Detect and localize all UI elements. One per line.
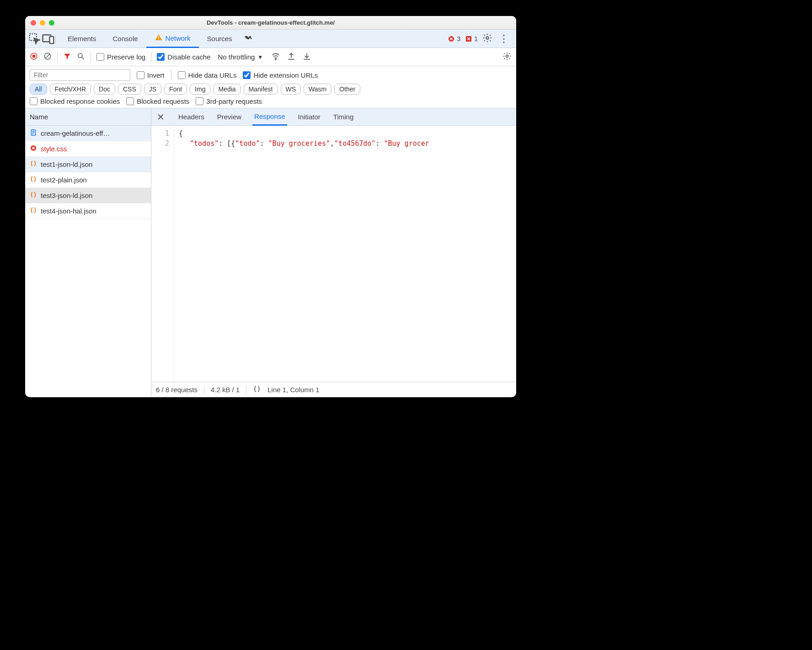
more-menu-icon[interactable]: ⋮ xyxy=(497,33,511,45)
request-name: test4-json-hal.json xyxy=(41,207,96,215)
svg-point-13 xyxy=(506,55,508,58)
tab-sources[interactable]: Sources xyxy=(199,30,240,48)
network-settings-icon[interactable] xyxy=(502,52,512,62)
json-icon xyxy=(30,176,37,184)
json-icon xyxy=(30,191,37,200)
maximize-window-button[interactable] xyxy=(49,20,54,26)
pill-font[interactable]: Font xyxy=(164,84,187,95)
content-area: Name cream-gelatinous-eff…style.csstest1… xyxy=(25,108,516,397)
pill-media[interactable]: Media xyxy=(213,84,240,95)
close-window-button[interactable] xyxy=(31,20,36,26)
request-row[interactable]: cream-gelatinous-eff… xyxy=(25,126,151,141)
pill-ws[interactable]: WS xyxy=(281,84,301,95)
network-toolbar: Preserve log Disable cache No throttling… xyxy=(25,48,516,66)
pill-manifest[interactable]: Manifest xyxy=(244,84,278,95)
clear-button[interactable] xyxy=(43,52,52,62)
request-name: test2-plain.json xyxy=(41,176,87,184)
divider xyxy=(246,385,246,394)
pill-all[interactable]: All xyxy=(30,84,47,95)
upload-har-icon[interactable] xyxy=(287,52,296,62)
svg-rect-9 xyxy=(32,55,35,58)
detail-pane: ✕ Headers Preview Response Initiator Tim… xyxy=(151,108,516,397)
type-filter-pills: All Fetch/XHR Doc CSS JS Font Img Media … xyxy=(30,84,360,95)
throttling-select[interactable]: No throttling ▼ xyxy=(216,53,263,61)
preserve-log-input[interactable] xyxy=(96,53,104,61)
dtab-response[interactable]: Response xyxy=(252,108,287,126)
dtab-initiator[interactable]: Initiator xyxy=(296,108,322,126)
filter-input[interactable] xyxy=(30,69,130,81)
name-column-header[interactable]: Name xyxy=(25,108,151,126)
close-detail-icon[interactable]: ✕ xyxy=(157,112,165,123)
download-har-icon[interactable] xyxy=(302,52,311,62)
disable-cache-checkbox[interactable]: Disable cache xyxy=(157,53,210,61)
caret-down-icon: ▼ xyxy=(257,54,263,60)
pretty-print-icon[interactable] xyxy=(253,385,261,394)
panel-tabs: Elements Console Network Sources xyxy=(59,30,253,48)
pill-css[interactable]: CSS xyxy=(118,84,141,95)
traffic-lights xyxy=(31,20,54,26)
pill-wasm[interactable]: Wasm xyxy=(304,84,331,95)
disable-cache-input[interactable] xyxy=(157,53,165,61)
request-row[interactable]: test3-json-ld.json xyxy=(25,188,151,203)
dtab-headers[interactable]: Headers xyxy=(176,108,206,126)
svg-point-11 xyxy=(78,53,82,58)
blocked-cookies-checkbox[interactable]: Blocked response cookies xyxy=(30,97,120,105)
hide-data-urls-checkbox[interactable]: Hide data URLs xyxy=(178,71,237,79)
request-name: style.css xyxy=(41,145,67,153)
issues-badge[interactable]: 1 xyxy=(465,35,478,43)
tab-network[interactable]: Network xyxy=(146,30,199,48)
pill-other[interactable]: Other xyxy=(334,84,360,95)
errors-badge[interactable]: 3 xyxy=(448,35,460,43)
request-row[interactable]: test4-json-hal.json xyxy=(25,203,151,219)
response-code-view[interactable]: 1 2 {"todos": [{"todo": "Buy groceries",… xyxy=(151,126,516,382)
svg-rect-2 xyxy=(50,37,54,43)
hide-extension-urls-checkbox[interactable]: Hide extension URLs xyxy=(243,71,318,79)
more-tabs-icon[interactable] xyxy=(243,33,253,44)
tab-console[interactable]: Console xyxy=(105,30,146,48)
warning-icon xyxy=(155,33,163,43)
svg-rect-4 xyxy=(158,39,159,40)
preserve-log-checkbox[interactable]: Preserve log xyxy=(96,53,145,61)
device-toolbar-icon[interactable] xyxy=(42,32,55,46)
request-row[interactable]: style.css xyxy=(25,141,151,157)
request-row[interactable]: test1-json-ld.json xyxy=(25,157,151,172)
filter-bar: Invert Hide data URLs Hide extension URL… xyxy=(25,66,516,108)
invert-checkbox[interactable]: Invert xyxy=(137,71,165,79)
window-title: DevTools - cream-gelatinous-effect.glitc… xyxy=(25,19,516,26)
divider xyxy=(151,52,151,62)
code-lines: {"todos": [{"todo": "Buy groceries","to4… xyxy=(174,126,516,382)
network-conditions-icon[interactable] xyxy=(271,52,280,62)
request-name: test1-json-ld.json xyxy=(41,160,92,168)
json-icon xyxy=(30,207,37,215)
pill-fetch-xhr[interactable]: Fetch/XHR xyxy=(50,84,91,95)
settings-icon[interactable] xyxy=(482,33,492,44)
pill-img[interactable]: Img xyxy=(190,84,210,95)
devtools-window: DevTools - cream-gelatinous-effect.glitc… xyxy=(25,16,516,397)
divider xyxy=(171,70,171,80)
main-tabs-bar: Elements Console Network Sources 3 1 xyxy=(25,30,516,48)
pill-doc[interactable]: Doc xyxy=(94,84,115,95)
inspect-element-icon[interactable] xyxy=(28,32,42,46)
record-button[interactable] xyxy=(30,52,38,62)
svg-rect-3 xyxy=(158,36,159,38)
request-list-sidebar: Name cream-gelatinous-eff…style.csstest1… xyxy=(25,108,151,397)
doc-icon xyxy=(30,129,37,138)
divider xyxy=(204,385,204,394)
pill-js[interactable]: JS xyxy=(144,84,161,95)
third-party-checkbox[interactable]: 3rd-party requests xyxy=(196,97,262,105)
filter-toggle-icon[interactable] xyxy=(63,52,71,62)
search-icon[interactable] xyxy=(77,52,85,62)
blocked-requests-checkbox[interactable]: Blocked requests xyxy=(126,97,189,105)
dtab-timing[interactable]: Timing xyxy=(331,108,355,126)
svg-point-12 xyxy=(275,59,276,60)
divider xyxy=(55,34,56,44)
dtab-preview[interactable]: Preview xyxy=(215,108,243,126)
minimize-window-button[interactable] xyxy=(40,20,45,26)
tab-elements[interactable]: Elements xyxy=(59,30,105,48)
err-icon xyxy=(30,144,37,153)
status-requests: 6 / 8 requests xyxy=(156,386,198,394)
json-icon xyxy=(30,160,37,169)
request-row[interactable]: test2-plain.json xyxy=(25,172,151,188)
request-name: cream-gelatinous-eff… xyxy=(41,129,110,137)
cursor-position: Line 1, Column 1 xyxy=(267,386,319,394)
